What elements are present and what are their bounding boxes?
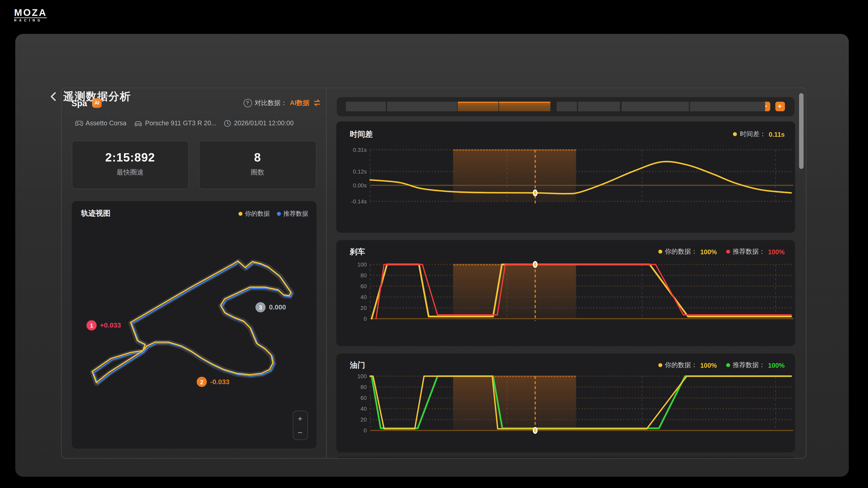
chart-legend: 你的数据：100%推荐数据：100% <box>658 361 785 369</box>
stat-fastest-lap: 2:15:892 最快圈速 <box>71 140 189 189</box>
y-axis-tick-label: 40 <box>361 406 367 412</box>
compare-data-control: ? 对比数据： AI数据 <box>243 99 321 107</box>
y-axis-tick-label: 0 <box>364 427 367 433</box>
legend-dot-icon <box>658 363 662 367</box>
chart-legend: 时间差：0.11s <box>733 130 785 138</box>
compare-value[interactable]: AI数据 <box>290 99 309 107</box>
sector-marker: 1+0.033 <box>86 320 121 330</box>
y-axis-tick-label: -0.14s <box>351 198 367 205</box>
chart-legend-entry: 你的数据：100% <box>658 248 717 256</box>
y-axis-tick-label: 60 <box>361 395 367 401</box>
content-card: Spa AI ? 对比数据： AI数据 <box>61 87 806 458</box>
legend-label: 推荐数据： <box>733 361 765 369</box>
moza-logo: MOZA RACING <box>14 8 47 22</box>
chart-title: 时间差 <box>350 129 373 139</box>
timeline-zoom-in-button[interactable]: + <box>775 102 785 111</box>
sector-marker-delta: +0.033 <box>100 321 121 329</box>
car-name: Porsche 911 GT3 R 20... <box>145 120 216 127</box>
track-zoom-control: + − <box>292 411 308 440</box>
y-axis-tick-label: 60 <box>361 283 367 289</box>
legend-value: 100% <box>700 248 717 255</box>
fastest-lap-value: 2:15:892 <box>72 151 188 164</box>
legend-dot-icon <box>726 250 730 254</box>
legend-value: 100% <box>768 362 785 368</box>
sector-marker-delta: -0.033 <box>210 378 229 385</box>
series-line-你的数据 <box>372 264 791 319</box>
y-axis-tick-label: 0.12s <box>353 168 367 175</box>
back-button[interactable] <box>50 92 56 101</box>
legend-dot-icon <box>733 132 737 136</box>
datetime-value: 2026/01/01 12:00:00 <box>234 120 294 127</box>
app-root: MOZA RACING 遥测数据分析 Spa AI ? 对比数据： <box>0 0 868 488</box>
playhead-dot[interactable] <box>533 190 537 196</box>
car-info: Porsche 911 GT3 R 20... <box>134 120 217 127</box>
chart-legend-entry: 时间差：0.11s <box>733 130 785 138</box>
sector-marker: 2-0.033 <box>197 377 229 387</box>
your-line <box>92 261 291 383</box>
scrubber-segment-selected[interactable] <box>458 101 498 111</box>
datetime-info: 2026/01/01 12:00:00 <box>224 120 293 127</box>
chart-legend-entry: 推荐数据：100% <box>726 361 785 369</box>
charts-panel: − + 时间差时间差：0.11s0.31s0.12s0.00s-0.14s刹车你… <box>326 88 806 458</box>
compare-label: 对比数据： <box>255 99 287 107</box>
sector-marker-number: 2 <box>197 377 207 387</box>
chart-card-油门: 油门你的数据：100%推荐数据：100%100806040200 <box>336 354 795 452</box>
scrubber-segment[interactable] <box>556 101 577 111</box>
legend-value: 0.11s <box>769 131 785 137</box>
chart-card-时间差: 时间差时间差：0.11s0.31s0.12s0.00s-0.14s <box>336 122 795 233</box>
scrubber-segment[interactable] <box>690 101 765 111</box>
track-name: Spa <box>71 98 87 108</box>
y-axis-tick-label: 100 <box>357 261 367 268</box>
y-axis-tick-label: 0.31s <box>353 147 367 153</box>
y-axis-tick-label: 100 <box>357 373 367 379</box>
timeline-scrubber[interactable]: − + <box>337 97 794 116</box>
track-view-card: 轨迹视图 你的数据推荐数据 1+0.0332-0.03330.000 + − <box>71 201 316 449</box>
car-icon <box>134 120 142 126</box>
gamepad-icon <box>75 120 83 126</box>
series-line-你的数据 <box>370 376 791 429</box>
session-header: Spa AI ? 对比数据： AI数据 <box>71 98 321 108</box>
scrubber-segment[interactable] <box>387 101 457 111</box>
scrubber-segment[interactable] <box>578 101 620 111</box>
fastest-lap-label: 最快圈速 <box>72 168 188 177</box>
track-zoom-out-button[interactable]: − <box>298 428 302 436</box>
sector-marker: 30.000 <box>255 302 286 313</box>
chart-legend: 你的数据：100%推荐数据：100% <box>658 248 785 256</box>
playhead-dot[interactable] <box>533 262 537 267</box>
scrubber-segment-selected[interactable] <box>499 101 550 111</box>
playhead-dot[interactable] <box>533 428 537 433</box>
session-meta: Assetto Corsa Porsche 911 GT3 R 20... <box>75 120 294 127</box>
legend-dot-icon <box>726 363 730 367</box>
recommended-line <box>93 262 292 384</box>
next-chart-card-peek <box>336 457 795 458</box>
legend-dot-icon <box>658 250 662 254</box>
chart-plot: 0.31s0.12s0.00s-0.14s <box>336 122 795 233</box>
help-icon[interactable]: ? <box>243 99 252 107</box>
series-line-推荐数据 <box>376 264 791 319</box>
selection-highlight <box>453 376 576 430</box>
chart-card-刹车: 刹车你的数据：100%推荐数据：100%100806040200 <box>336 240 795 346</box>
legend-label: 你的数据： <box>665 361 698 369</box>
lap-count-label: 圈数 <box>199 168 316 177</box>
series-line-推荐数据 <box>370 376 791 428</box>
game-name: Assetto Corsa <box>86 120 126 127</box>
track-zoom-in-button[interactable]: + <box>298 414 302 422</box>
swap-icon[interactable] <box>312 99 321 106</box>
legend-label: 时间差： <box>740 130 766 138</box>
chart-legend-entry: 推荐数据：100% <box>726 248 785 256</box>
clock-icon <box>224 120 231 127</box>
sector-marker-number: 1 <box>86 320 97 330</box>
ai-badge: AI <box>92 98 102 108</box>
scrubber-segment[interactable] <box>621 101 689 111</box>
chart-legend-entry: 你的数据：100% <box>658 361 717 369</box>
series-line-时间差 <box>370 161 791 194</box>
selection-highlight <box>453 264 576 319</box>
y-axis-tick-label: 20 <box>361 417 367 423</box>
track-bed <box>92 261 291 383</box>
main-panel: 遥测数据分析 Spa AI ? 对比数据： AI数据 <box>15 34 849 477</box>
stats-row: 2:15:892 最快圈速 8 圈数 <box>71 140 316 189</box>
vertical-scrollbar-thumb[interactable] <box>799 93 803 168</box>
scrubber-segment[interactable] <box>346 101 386 111</box>
y-axis-tick-label: 20 <box>361 305 367 311</box>
chart-title: 刹车 <box>350 247 365 257</box>
